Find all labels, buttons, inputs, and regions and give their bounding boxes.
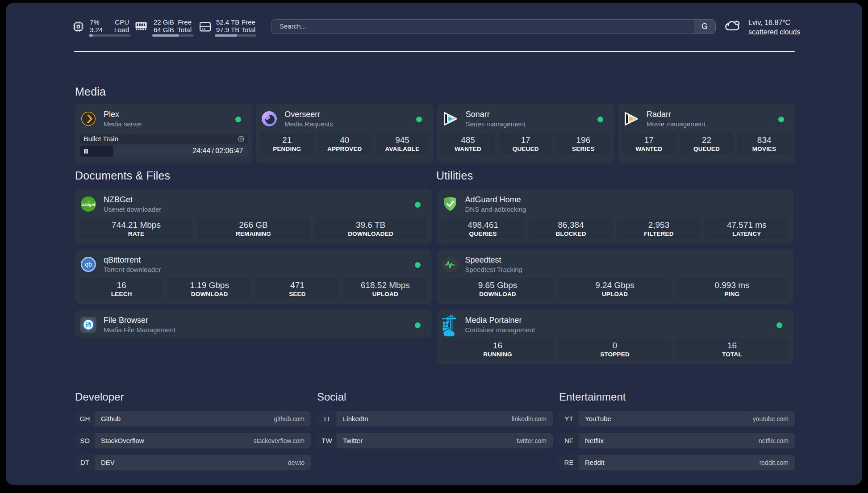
svg-text:qb: qb xyxy=(85,261,92,268)
svg-text:nzbget: nzbget xyxy=(82,202,96,207)
